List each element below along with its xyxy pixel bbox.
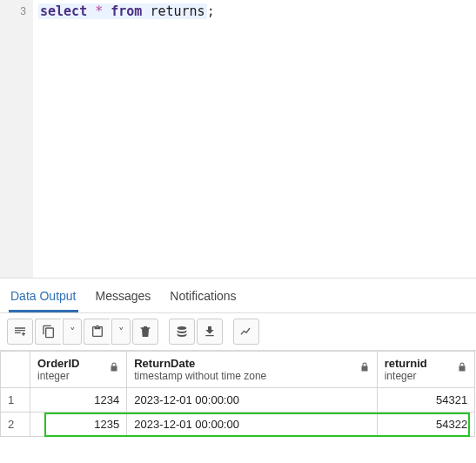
- sql-editor[interactable]: 3 select * from returns;: [0, 0, 476, 278]
- table-row[interactable]: 212352023-12-01 00:00:0054322: [1, 413, 476, 437]
- chevron-down-icon: ˅: [70, 325, 76, 339]
- results-grid[interactable]: OrderID integer ReturnDate timestamp wit…: [0, 351, 476, 437]
- tab-notifications[interactable]: Notifications: [168, 285, 238, 312]
- copy-button[interactable]: [35, 319, 61, 345]
- tab-data-output[interactable]: Data Output: [9, 285, 78, 312]
- column-name: OrderID: [37, 357, 119, 370]
- delete-button[interactable]: [132, 319, 158, 345]
- cell[interactable]: 54321: [377, 388, 474, 413]
- lock-icon: [457, 362, 467, 375]
- cell[interactable]: 2023-12-01 00:00:00: [127, 388, 377, 413]
- column-name: returnid: [385, 357, 467, 370]
- cell[interactable]: 54322: [377, 413, 474, 437]
- copy-icon: [42, 325, 56, 339]
- cell[interactable]: 1235: [30, 413, 127, 437]
- results-grid-wrap: OrderID integer ReturnDate timestamp wit…: [0, 351, 476, 437]
- row-number: 2: [1, 413, 30, 437]
- sql-semicolon: ;: [207, 3, 215, 19]
- row-number: 1: [1, 388, 30, 413]
- cell[interactable]: 1234: [30, 388, 127, 413]
- column-header[interactable]: ReturnDate timestamp without time zone: [127, 352, 377, 388]
- download-icon: [203, 325, 217, 339]
- line-number: 3: [20, 5, 26, 17]
- chevron-down-icon: ˅: [118, 325, 124, 339]
- add-row-icon: [13, 325, 27, 339]
- sql-code-area[interactable]: select * from returns;: [33, 0, 476, 278]
- copy-menu-button[interactable]: ˅: [63, 319, 82, 345]
- column-type: timestamp without time zone: [134, 370, 369, 382]
- column-header[interactable]: OrderID integer: [30, 352, 127, 388]
- chart-button[interactable]: [233, 319, 259, 345]
- header-row: OrderID integer ReturnDate timestamp wit…: [1, 352, 476, 388]
- sql-identifier-table: returns: [150, 3, 204, 19]
- database-save-icon: [175, 325, 189, 339]
- results-toolbar: ˅ ˅: [0, 312, 476, 351]
- output-tabs: Data Output Messages Notifications: [0, 278, 476, 312]
- lock-icon: [109, 362, 119, 375]
- sql-keyword-from: from: [111, 3, 142, 19]
- sql-star: *: [95, 3, 103, 19]
- column-type: integer: [385, 370, 467, 382]
- column-type: integer: [37, 370, 119, 382]
- tab-messages[interactable]: Messages: [94, 285, 153, 312]
- trash-icon: [138, 325, 152, 339]
- line-number-gutter: 3: [0, 0, 33, 278]
- table-row[interactable]: 112342023-12-01 00:00:0054321: [1, 388, 476, 413]
- column-header[interactable]: returnid integer: [377, 352, 474, 388]
- save-data-button[interactable]: [169, 319, 195, 345]
- cell[interactable]: 2023-12-01 00:00:00: [127, 413, 377, 437]
- paste-button[interactable]: [84, 319, 110, 345]
- download-button[interactable]: [197, 319, 223, 345]
- lock-icon: [359, 362, 370, 375]
- paste-menu-button[interactable]: ˅: [111, 319, 131, 345]
- rownum-header: [1, 352, 30, 388]
- chart-line-icon: [239, 325, 253, 339]
- clipboard-icon: [91, 325, 104, 339]
- sql-keyword-select: select: [40, 3, 87, 19]
- add-row-button[interactable]: [7, 319, 33, 345]
- column-name: ReturnDate: [134, 357, 369, 370]
